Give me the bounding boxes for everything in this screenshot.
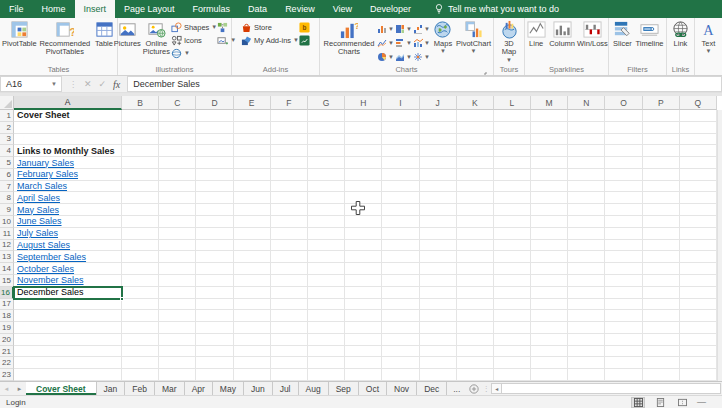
cell[interactable]: [159, 228, 196, 240]
cell[interactable]: [308, 240, 345, 252]
cell[interactable]: [308, 157, 345, 169]
cell[interactable]: [568, 334, 605, 346]
cell[interactable]: [605, 334, 642, 346]
cell[interactable]: [605, 357, 642, 369]
cell[interactable]: [382, 204, 419, 216]
cell[interactable]: [159, 334, 196, 346]
cell[interactable]: [345, 145, 382, 157]
cell[interactable]: [159, 346, 196, 358]
cell[interactable]: [308, 134, 345, 146]
cell[interactable]: [643, 322, 680, 334]
cell[interactable]: [159, 216, 196, 228]
cell-A14[interactable]: October Sales: [14, 263, 122, 275]
3d-models-button[interactable]: ▼: [171, 47, 217, 59]
cell[interactable]: [568, 299, 605, 311]
cell[interactable]: [308, 251, 345, 263]
cell[interactable]: [382, 192, 419, 204]
cell[interactable]: [271, 240, 308, 252]
cell[interactable]: [271, 145, 308, 157]
cell[interactable]: [382, 263, 419, 275]
sheet-nav-left-button[interactable]: ◄: [0, 382, 13, 395]
cell[interactable]: [680, 145, 717, 157]
cell[interactable]: [531, 346, 568, 358]
cell[interactable]: [122, 157, 159, 169]
cell[interactable]: [680, 287, 717, 299]
cell[interactable]: [457, 122, 494, 134]
cell[interactable]: [14, 322, 122, 334]
cell[interactable]: [643, 240, 680, 252]
cell[interactable]: [159, 357, 196, 369]
cell[interactable]: [382, 134, 419, 146]
cell[interactable]: [457, 251, 494, 263]
cell[interactable]: [531, 310, 568, 322]
cell[interactable]: [271, 287, 308, 299]
row-header-9[interactable]: 9: [0, 204, 14, 216]
cell[interactable]: [494, 192, 531, 204]
cell[interactable]: [494, 287, 531, 299]
cell[interactable]: [122, 275, 159, 287]
cell[interactable]: [271, 369, 308, 381]
cell[interactable]: [494, 357, 531, 369]
cell[interactable]: [680, 240, 717, 252]
ribbon-tab-view[interactable]: View: [324, 0, 361, 18]
formula-bar-splitter[interactable]: ⋮: [69, 80, 77, 89]
cell[interactable]: [308, 346, 345, 358]
insert-function-button[interactable]: fx: [113, 79, 120, 90]
cell[interactable]: [420, 122, 457, 134]
cell[interactable]: [271, 192, 308, 204]
cell[interactable]: [494, 275, 531, 287]
cell[interactable]: [14, 310, 122, 322]
cell[interactable]: [14, 122, 122, 134]
cell[interactable]: [345, 299, 382, 311]
cell[interactable]: [457, 157, 494, 169]
row-header-23[interactable]: 23: [0, 369, 14, 381]
cell[interactable]: [457, 169, 494, 181]
cell[interactable]: [568, 204, 605, 216]
cell[interactable]: [494, 369, 531, 381]
cell[interactable]: [680, 251, 717, 263]
my-add-ins-button[interactable]: My Add-ins▼: [241, 34, 299, 46]
cell[interactable]: [457, 181, 494, 193]
cell[interactable]: [531, 169, 568, 181]
column-header-E[interactable]: E: [234, 96, 271, 110]
cell[interactable]: [494, 346, 531, 358]
cell[interactable]: [382, 310, 419, 322]
cell[interactable]: [568, 134, 605, 146]
cell[interactable]: [680, 322, 717, 334]
cell[interactable]: [271, 169, 308, 181]
column-header-J[interactable]: J: [420, 96, 457, 110]
icons-button[interactable]: Icons: [171, 34, 217, 46]
cell[interactable]: [345, 134, 382, 146]
dialog-launcher-icon[interactable]: [484, 66, 492, 74]
selected-cell-outline[interactable]: [13, 286, 123, 300]
cell[interactable]: [680, 216, 717, 228]
cell[interactable]: [234, 369, 271, 381]
cell[interactable]: [605, 275, 642, 287]
horizontal-scrollbar[interactable]: ◄: [490, 382, 722, 395]
pivotchart-button[interactable]: PivotChart▼: [455, 19, 492, 65]
cell[interactable]: [271, 299, 308, 311]
pictures-button[interactable]: Pictures: [113, 19, 142, 65]
cell[interactable]: [271, 134, 308, 146]
cell[interactable]: [345, 122, 382, 134]
cell[interactable]: [159, 110, 196, 122]
cell[interactable]: [605, 192, 642, 204]
cell[interactable]: [457, 287, 494, 299]
cell[interactable]: [122, 334, 159, 346]
cell[interactable]: [643, 346, 680, 358]
column-header-D[interactable]: D: [196, 96, 233, 110]
cell[interactable]: [234, 122, 271, 134]
cell[interactable]: [308, 122, 345, 134]
column-header-K[interactable]: K: [457, 96, 494, 110]
sheet-tab-jan[interactable]: Jan: [97, 382, 126, 395]
timeline-button[interactable]: Timeline: [634, 19, 664, 65]
cell[interactable]: [494, 122, 531, 134]
cell[interactable]: [531, 110, 568, 122]
cell[interactable]: [680, 346, 717, 358]
cell[interactable]: [382, 122, 419, 134]
cell[interactable]: [680, 134, 717, 146]
cell[interactable]: [680, 369, 717, 381]
cell[interactable]: [605, 169, 642, 181]
cell[interactable]: [420, 251, 457, 263]
sheet-tab-jul[interactable]: Jul: [273, 382, 299, 395]
